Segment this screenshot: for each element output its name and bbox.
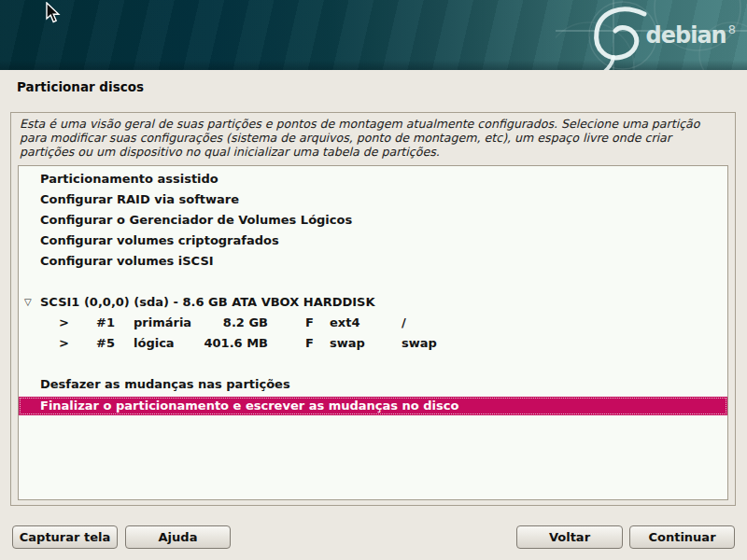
partition-marker-icon: > bbox=[59, 313, 69, 333]
partition-overview-frame: Esta é uma visão geral de suas partições… bbox=[10, 112, 736, 506]
list-item-label: Configurar volumes iSCSI bbox=[40, 251, 214, 272]
list-item-finalizar-particionamento[interactable]: Finalizar o particionamento e escrever a… bbox=[19, 397, 727, 415]
help-button[interactable]: Ajuda bbox=[125, 525, 231, 549]
list-item-label: Finalizar o particionamento e escrever a… bbox=[40, 397, 458, 415]
partition-number: #1 bbox=[96, 313, 115, 333]
partition-row-1[interactable]: > #1 primária 8.2 GB F ext4 / bbox=[19, 313, 727, 333]
debian-version: 8 bbox=[728, 23, 736, 35]
partition-marker-icon: > bbox=[59, 333, 69, 354]
installer-banner: debian 8 bbox=[0, 0, 747, 70]
list-item-label: Configurar volumes criptografados bbox=[40, 231, 279, 251]
partition-list: Particionamento assistido Configurar RAI… bbox=[18, 165, 728, 500]
screenshot-button[interactable]: Capturar tela bbox=[12, 525, 118, 549]
list-item-label: Configurar RAID via software bbox=[40, 189, 239, 210]
mouse-cursor-icon bbox=[45, 2, 62, 24]
spacer-row bbox=[19, 272, 727, 292]
partition-filesystem: ext4 bbox=[330, 313, 359, 333]
continue-button[interactable]: Continuar bbox=[629, 525, 735, 549]
partition-mount-point: swap bbox=[402, 333, 437, 354]
partition-mount-point: / bbox=[402, 313, 406, 333]
partition-type: lógica bbox=[134, 333, 175, 354]
list-item-configurar-raid[interactable]: Configurar RAID via software bbox=[19, 189, 727, 210]
partition-size: 8.2 GB bbox=[182, 313, 268, 333]
list-item-label: Configurar o Gerenciador de Volumes Lógi… bbox=[40, 210, 352, 231]
spacer-row bbox=[19, 354, 727, 374]
list-item-desfazer-mudancas[interactable]: Desfazer as mudanças nas partições bbox=[19, 374, 727, 395]
page-title: Particionar discos bbox=[17, 79, 144, 94]
disk-row-sda[interactable]: ▽ SCSI1 (0,0,0) (sda) - 8.6 GB ATA VBOX … bbox=[19, 292, 727, 313]
list-item-configurar-lvm[interactable]: Configurar o Gerenciador de Volumes Lógi… bbox=[19, 210, 727, 231]
partition-list-rows: Particionamento assistido Configurar RAI… bbox=[19, 169, 727, 415]
debian-wordmark: debian 8 bbox=[646, 24, 736, 47]
partition-filesystem: swap bbox=[330, 333, 365, 354]
partition-size: 401.6 MB bbox=[182, 333, 268, 354]
expander-triangle-icon[interactable]: ▽ bbox=[24, 292, 32, 313]
list-item-label: Particionamento assistido bbox=[40, 169, 218, 189]
partition-row-5[interactable]: > #5 lógica 401.6 MB F swap swap bbox=[19, 333, 727, 354]
partition-number: #5 bbox=[96, 333, 115, 354]
back-button[interactable]: Voltar bbox=[516, 525, 623, 549]
step-description: Esta é uma visão geral de suas partições… bbox=[20, 117, 722, 159]
list-item-configurar-iscsi[interactable]: Configurar volumes iSCSI bbox=[19, 251, 727, 272]
partition-format-flag: F bbox=[305, 333, 314, 354]
list-item-configurar-criptografados[interactable]: Configurar volumes criptografados bbox=[19, 231, 727, 251]
list-item-particionamento-assistido[interactable]: Particionamento assistido bbox=[19, 169, 727, 189]
debian-product-name: debian bbox=[646, 24, 726, 47]
list-item-label: Desfazer as mudanças nas partições bbox=[40, 374, 290, 395]
partition-format-flag: F bbox=[305, 313, 314, 333]
disk-label: SCSI1 (0,0,0) (sda) - 8.6 GB ATA VBOX HA… bbox=[40, 292, 375, 313]
